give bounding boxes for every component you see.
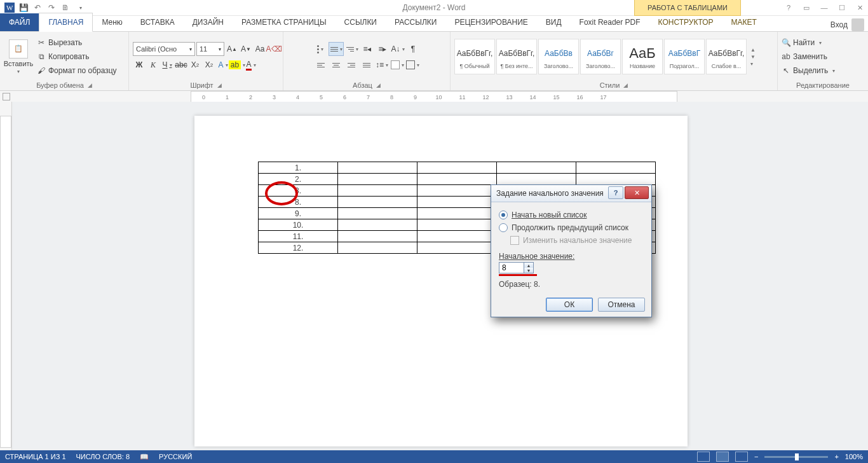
cancel-button[interactable]: Отмена	[598, 298, 645, 312]
signin[interactable]: Вход	[831, 18, 864, 31]
qat-customize-icon[interactable]	[74, 2, 85, 13]
style-item[interactable]: АаБбВвГг,¶ Без инте...	[496, 39, 537, 74]
dialog-title-bar[interactable]: Задание начального значения ? ✕	[491, 185, 651, 202]
find-button[interactable]: 🔍Найти▾	[782, 36, 835, 49]
status-language[interactable]: РУССКИЙ	[159, 453, 192, 460]
underline-button[interactable]: Ч	[161, 59, 173, 71]
status-words[interactable]: ЧИСЛО СЛОВ: 8	[76, 453, 130, 460]
align-right-button[interactable]	[344, 59, 358, 71]
ok-button[interactable]: ОК	[546, 298, 593, 312]
styles-launcher-icon[interactable]: ◢	[623, 82, 628, 88]
spinner-down-icon[interactable]: ▼	[524, 268, 533, 273]
show-marks-button[interactable]: ¶	[406, 43, 420, 55]
zoom-out-icon[interactable]: −	[754, 453, 758, 460]
radio-continue-list[interactable]: Продолжить предыдущий список	[499, 221, 644, 234]
indent-button[interactable]: ≡▸	[376, 43, 390, 55]
font-name-combo[interactable]: Calibri (Осно▾	[133, 42, 195, 56]
outdent-button[interactable]: ≡◂	[360, 43, 374, 55]
save-icon[interactable]: 💾	[18, 2, 29, 13]
paste-button[interactable]: 📋 Вставить ▾	[4, 39, 33, 74]
font-size-combo[interactable]: 11▾	[196, 42, 224, 56]
spellcheck-icon[interactable]: 📖	[140, 453, 149, 461]
start-value-input[interactable]	[499, 262, 524, 273]
close-icon[interactable]: ✕	[851, 1, 868, 14]
tab-table-layout[interactable]: МАКЕТ	[722, 13, 766, 31]
bullets-button[interactable]	[313, 43, 327, 55]
tab-design[interactable]: ДИЗАЙН	[184, 13, 233, 31]
zoom-in-icon[interactable]: +	[834, 453, 838, 460]
clipboard-launcher-icon[interactable]: ◢	[88, 82, 92, 88]
tab-view[interactable]: ВИД	[537, 13, 571, 31]
style-item[interactable]: АаБНазвание	[622, 39, 663, 74]
format-painter-button[interactable]: 🖌Формат по образцу	[37, 64, 117, 77]
select-button[interactable]: ↖Выделить▾	[782, 64, 835, 77]
table-row[interactable]: 1.	[259, 162, 656, 174]
paragraph-launcher-icon[interactable]: ◢	[376, 82, 381, 88]
bold-button[interactable]: Ж	[133, 59, 146, 71]
style-item[interactable]: АаБбВгЗаголово...	[580, 39, 621, 74]
gallery-more-icon[interactable]: ▾	[750, 61, 756, 67]
undo-icon[interactable]: ↶	[32, 2, 43, 13]
style-item[interactable]: АаБбВвГг,¶ Обычный	[454, 39, 495, 74]
clear-format-button[interactable]: A⌫	[268, 43, 280, 55]
cut-button[interactable]: ✂Вырезать	[37, 36, 117, 49]
maximize-icon[interactable]: ☐	[834, 1, 850, 14]
style-item[interactable]: АаБбВвЗаголово...	[538, 39, 579, 74]
highlight-button[interactable]: ab	[231, 59, 243, 71]
new-doc-icon[interactable]: 🗎	[60, 2, 71, 13]
font-color-button[interactable]: A	[245, 59, 257, 71]
tab-layout[interactable]: РАЗМЕТКА СТРАНИЦЫ	[233, 13, 336, 31]
font-launcher-icon[interactable]: ◢	[217, 82, 222, 88]
read-mode-icon[interactable]	[697, 452, 710, 462]
tab-home[interactable]: ГЛАВНАЯ	[39, 13, 93, 32]
redo-icon[interactable]: ↷	[46, 2, 57, 13]
tab-insert[interactable]: ВСТАВКА	[132, 13, 184, 31]
shrink-font-button[interactable]: A▼	[240, 43, 252, 55]
tab-references[interactable]: ССЫЛКИ	[336, 13, 386, 31]
numbering-button[interactable]	[329, 42, 344, 56]
subscript-button[interactable]: X2	[189, 59, 201, 71]
borders-button[interactable]	[405, 59, 419, 71]
text-effects-button[interactable]: A	[217, 59, 229, 71]
strike-button[interactable]: abc	[175, 59, 187, 71]
copy-button[interactable]: ⧉Копировать	[37, 50, 117, 63]
zoom-level[interactable]: 100%	[845, 453, 863, 460]
tab-foxit[interactable]: Foxit Reader PDF	[571, 13, 649, 31]
tab-table-design[interactable]: КОНСТРУКТОР	[649, 13, 722, 31]
ribbon-options-icon[interactable]: ▭	[798, 1, 815, 14]
dialog-close-icon[interactable]: ✕	[625, 186, 649, 199]
italic-button[interactable]: К	[147, 59, 159, 71]
web-layout-icon[interactable]	[735, 452, 748, 462]
gallery-down-icon[interactable]: ▼	[750, 54, 756, 60]
align-center-button[interactable]	[329, 59, 343, 71]
tab-menu[interactable]: Меню	[93, 13, 131, 31]
tab-review[interactable]: РЕЦЕНЗИРОВАНИЕ	[445, 13, 536, 31]
status-page[interactable]: СТРАНИЦА 1 ИЗ 1	[5, 453, 66, 460]
tab-selector-icon[interactable]	[3, 93, 10, 100]
style-item[interactable]: АаБбВвГг,Слабое в...	[706, 39, 747, 74]
dialog-help-icon[interactable]: ?	[608, 186, 623, 199]
help-icon[interactable]: ?	[780, 1, 797, 14]
style-gallery[interactable]: АаБбВвГг,¶ ОбычныйАаБбВвГг,¶ Без инте...…	[454, 39, 747, 74]
justify-button[interactable]	[360, 59, 374, 71]
align-left-button[interactable]	[314, 59, 328, 71]
radio-new-list[interactable]: Начать новый список	[499, 209, 644, 221]
shading-button[interactable]	[390, 59, 404, 71]
multilevel-button[interactable]	[345, 43, 359, 55]
change-case-button[interactable]: Aa	[254, 43, 266, 55]
superscript-button[interactable]: X2	[203, 59, 215, 71]
grow-font-button[interactable]: A▲	[226, 43, 238, 55]
table-row[interactable]: 2.	[259, 174, 656, 185]
tab-mailings[interactable]: РАССЫЛКИ	[386, 13, 445, 31]
start-value-spinner[interactable]: ▲▼	[499, 262, 644, 273]
print-layout-icon[interactable]	[716, 452, 729, 462]
spinner-up-icon[interactable]: ▲	[524, 263, 533, 268]
tab-file[interactable]: ФАЙЛ	[0, 13, 39, 31]
line-spacing-button[interactable]: ↕≡	[375, 59, 389, 71]
sort-button[interactable]: A↓	[391, 43, 405, 55]
zoom-slider[interactable]	[764, 456, 828, 458]
gallery-up-icon[interactable]: ▲	[750, 47, 756, 53]
minimize-icon[interactable]: —	[816, 1, 832, 14]
style-item[interactable]: АаБбВвГПодзагол...	[664, 39, 705, 74]
replace-button[interactable]: abЗаменить	[782, 50, 835, 63]
